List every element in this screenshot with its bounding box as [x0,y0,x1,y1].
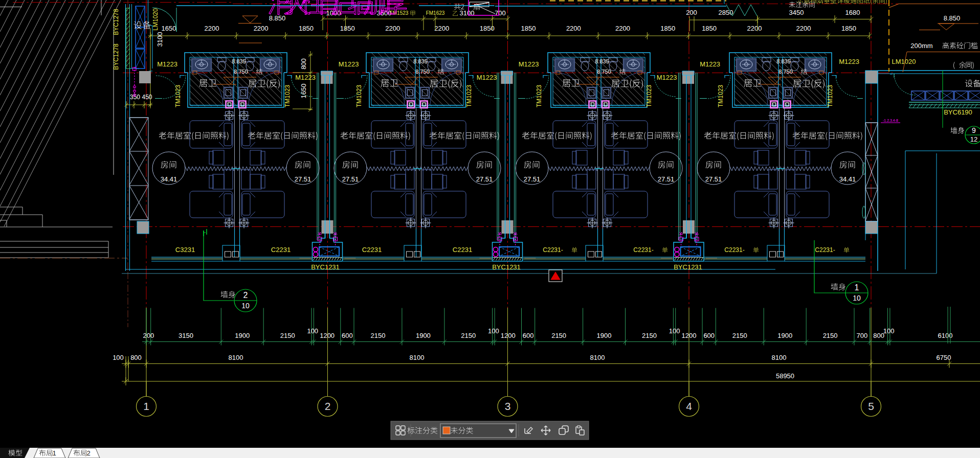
svg-text:27.51: 27.51 [524,175,541,183]
svg-text:200: 200 [686,9,697,16]
svg-text:2150: 2150 [642,332,657,339]
svg-text:8100: 8100 [590,354,605,361]
svg-text:34.41: 34.41 [839,175,856,183]
svg-text:1680: 1680 [845,9,860,16]
svg-text:C2231-: C2231- [633,246,653,254]
svg-text:27.51: 27.51 [295,175,311,183]
svg-text:10: 10 [241,302,250,310]
svg-text:2200: 2200 [566,25,581,32]
svg-text:100: 100 [488,327,499,335]
svg-text:800: 800 [873,332,884,339]
svg-text:58950: 58950 [776,372,794,380]
svg-text:BYC1231: BYC1231 [311,263,340,271]
svg-text:4: 4 [686,400,692,412]
svg-text:C2231: C2231 [453,246,472,254]
svg-text:8.850: 8.850 [269,14,286,22]
svg-text:27.51: 27.51 [476,175,493,183]
svg-text:BYC1278: BYC1278 [113,43,120,70]
svg-text:34.41: 34.41 [161,175,177,183]
svg-text:3150: 3150 [179,332,193,339]
svg-text:2200: 2200 [254,25,269,32]
svg-text:1850: 1850 [702,25,717,32]
svg-text:2200: 2200 [747,25,762,32]
svg-text:C3231: C3231 [175,246,195,254]
svg-text:8100: 8100 [229,354,243,361]
svg-text:BYC1278: BYC1278 [113,9,120,35]
svg-text:2: 2 [325,400,331,412]
svg-text:1900: 1900 [235,332,250,339]
svg-text:2200: 2200 [434,25,449,32]
svg-text:1200: 1200 [320,332,335,339]
svg-text:700: 700 [856,332,867,339]
svg-text:2150: 2150 [461,332,476,339]
svg-text:27.51: 27.51 [705,175,722,183]
svg-text:8.750: 8.750 [597,68,611,75]
svg-text:TM1023: TM1023 [465,85,473,107]
svg-text:M1223: M1223 [657,74,677,81]
svg-text:2: 2 [86,449,90,457]
svg-text:8.835: 8.835 [232,58,246,64]
svg-text:1200: 1200 [501,332,516,339]
svg-text:M1223: M1223 [839,58,859,65]
svg-text:1: 1 [143,400,149,412]
svg-text:100: 100 [307,327,318,335]
svg-text:8.835: 8.835 [776,58,791,64]
svg-text:M1223: M1223 [700,60,720,68]
svg-text:BYC1231: BYC1231 [674,263,702,271]
svg-text:3100: 3100 [156,32,164,47]
svg-text:TM1023: TM1023 [174,85,182,107]
svg-text:M1223: M1223 [339,60,359,68]
svg-text:3: 3 [505,400,511,412]
svg-text:1900: 1900 [777,332,792,339]
svg-text:BYC6190: BYC6190 [944,108,972,116]
svg-text:8.750: 8.750 [234,68,248,75]
svg-text:C2231: C2231 [271,246,291,254]
svg-text:600: 600 [703,332,715,339]
svg-text:1850: 1850 [521,25,536,32]
svg-text:2: 2 [243,291,248,300]
svg-text:1850: 1850 [340,25,355,32]
svg-text:2150: 2150 [280,332,295,339]
svg-text:1850: 1850 [841,25,856,32]
svg-text:TM1023: TM1023 [827,85,834,107]
svg-text:8.835: 8.835 [595,58,609,64]
svg-text:C2231-: C2231- [815,246,835,254]
svg-text:27.51: 27.51 [342,175,359,183]
svg-text:8.835: 8.835 [413,58,428,64]
svg-text:27.51: 27.51 [658,175,675,183]
svg-text:350: 350 [130,94,140,101]
svg-text:8.750: 8.750 [778,68,793,75]
svg-text:100: 100 [113,354,124,361]
svg-text:1850: 1850 [660,25,675,32]
svg-text:2150: 2150 [551,332,566,339]
svg-text:TM1023: TM1023 [536,85,543,107]
svg-text:M1223: M1223 [157,60,177,68]
svg-text:200: 200 [143,332,154,339]
svg-text:2200: 2200 [796,25,811,32]
svg-text:1850: 1850 [299,25,314,32]
svg-text:100: 100 [669,327,680,335]
svg-text:1650: 1650 [162,25,176,32]
svg-text:450: 450 [142,94,152,101]
svg-text:2850: 2850 [719,9,733,16]
svg-text:-1.2.3.4-8: -1.2.3.4-8 [883,119,898,122]
svg-text:8.750: 8.750 [415,68,430,75]
svg-text:M1223: M1223 [477,74,497,81]
svg-text:12: 12 [970,135,977,143]
svg-text:2200: 2200 [205,25,219,32]
svg-text:6750: 6750 [937,354,951,361]
svg-text:5: 5 [868,400,874,412]
svg-text:200mm: 200mm [910,42,932,50]
svg-text:1900: 1900 [416,332,431,339]
svg-text:FM1623: FM1623 [426,10,445,16]
svg-text:1900: 1900 [597,332,612,339]
svg-text:LM1020: LM1020 [892,58,916,65]
svg-text:BYC1231: BYC1231 [492,263,521,271]
svg-text:TM1023: TM1023 [284,85,291,107]
svg-text:LM1020: LM1020 [152,8,159,31]
svg-text:1: 1 [855,283,859,292]
svg-text:1: 1 [52,449,56,457]
svg-text:100: 100 [883,327,895,335]
svg-text:C2231: C2231 [362,246,382,254]
svg-text:600: 600 [523,332,534,339]
